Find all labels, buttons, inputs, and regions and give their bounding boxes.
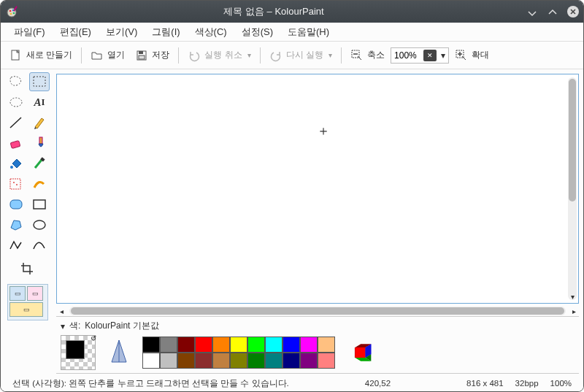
color-cube-icon[interactable] xyxy=(348,339,374,366)
tool-rounded-rect[interactable] xyxy=(6,195,26,214)
tool-freeform-select[interactable] xyxy=(6,72,26,91)
tool-crop[interactable] xyxy=(18,259,38,278)
tool-curve[interactable] xyxy=(29,236,50,255)
svg-point-4 xyxy=(10,13,12,15)
foreground-color-swatch[interactable] xyxy=(66,340,85,359)
tool-smudge[interactable] xyxy=(29,174,50,193)
zoom-in-button[interactable]: 확대 xyxy=(450,46,493,65)
tool-brush[interactable] xyxy=(29,134,50,153)
canvas[interactable]: ＋ ▾ xyxy=(56,74,579,304)
scroll-down-icon[interactable]: ▾ xyxy=(568,293,577,301)
palette-swatch[interactable] xyxy=(283,353,300,369)
redo-button[interactable]: 다시 실행 ▾ xyxy=(265,46,337,65)
menu-edit[interactable]: 편집(E) xyxy=(53,23,99,42)
scrollbar-thumb[interactable] xyxy=(569,79,576,201)
svg-point-1 xyxy=(9,10,12,12)
menu-file[interactable]: 파일(F) xyxy=(7,23,53,42)
scroll-left-icon[interactable]: ◂ xyxy=(56,307,66,315)
palette-swatch[interactable] xyxy=(212,337,230,353)
undo-button[interactable]: 실행 취소 ▾ xyxy=(183,46,255,65)
colorpanel-collapse-icon[interactable]: ▾ xyxy=(61,321,65,331)
main-area: AI xyxy=(1,69,583,375)
svg-point-14 xyxy=(10,98,22,107)
svg-rect-23 xyxy=(10,200,22,209)
palette-swatch[interactable] xyxy=(265,353,283,369)
toolbox: AI xyxy=(1,69,55,375)
tool-fill[interactable] xyxy=(6,154,26,173)
palette-swatch[interactable] xyxy=(160,337,177,353)
new-button[interactable]: 새로 만들기 xyxy=(5,46,77,65)
menu-image[interactable]: 그림(I) xyxy=(145,23,187,42)
tool-option-preview[interactable]: ▭▭ ▭ xyxy=(7,284,48,320)
menu-color[interactable]: 색상(C) xyxy=(188,23,234,42)
window-title: 제목 없음 – KolourPaint xyxy=(26,5,522,18)
status-cursor-pos: 420,52 xyxy=(359,379,396,388)
chevron-down-icon: ▾ xyxy=(327,51,332,59)
fg-bg-color-widget[interactable]: ↺ xyxy=(61,335,96,370)
status-zoom: 100% xyxy=(545,379,577,388)
swap-colors-icon[interactable]: ↺ xyxy=(91,334,96,342)
folder-open-icon xyxy=(91,49,104,62)
minimize-button[interactable] xyxy=(524,4,540,20)
palette-swatch[interactable] xyxy=(265,337,283,353)
zoom-in-icon xyxy=(455,49,468,62)
tool-spray[interactable] xyxy=(6,174,26,193)
menu-help[interactable]: 도움말(H) xyxy=(280,23,337,42)
scrollbar-thumb[interactable] xyxy=(71,307,564,315)
file-new-icon xyxy=(9,49,23,62)
zoom-clear-button[interactable]: ✕ xyxy=(423,50,437,61)
palette-swatch[interactable] xyxy=(212,353,230,369)
zoom-input[interactable] xyxy=(391,50,422,61)
zoom-out-label: 축소 xyxy=(367,49,385,61)
svg-point-25 xyxy=(34,220,45,229)
maximize-button[interactable] xyxy=(545,4,561,20)
tool-eraser[interactable] xyxy=(6,134,26,153)
tool-pencil[interactable] xyxy=(29,113,50,132)
zoom-field[interactable]: ✕ ▾ xyxy=(391,47,449,64)
zoom-dropdown[interactable]: ▾ xyxy=(438,50,448,61)
tool-line[interactable] xyxy=(6,113,26,132)
tool-connected-lines[interactable] xyxy=(6,236,26,255)
palette-swatch[interactable] xyxy=(160,353,177,369)
palette-swatch[interactable] xyxy=(195,353,212,369)
save-button[interactable]: 저장 xyxy=(131,46,174,65)
menu-view[interactable]: 보기(V) xyxy=(99,23,145,42)
titlebar: 제목 없음 – KolourPaint xyxy=(1,1,583,23)
svg-rect-9 xyxy=(139,51,143,54)
tool-polygon[interactable] xyxy=(6,215,26,234)
zoom-out-button[interactable]: 축소 xyxy=(346,46,389,65)
tool-rect-select[interactable] xyxy=(29,72,50,91)
palette-swatch[interactable] xyxy=(142,353,160,369)
palette-swatch[interactable] xyxy=(177,337,195,353)
horizontal-scrollbar[interactable] xyxy=(69,307,566,315)
tool-text[interactable]: AI xyxy=(29,93,50,112)
open-button[interactable]: 열기 xyxy=(86,46,129,65)
palette-swatch[interactable] xyxy=(230,353,247,369)
palette-swatch[interactable] xyxy=(247,337,265,353)
palette-swatch[interactable] xyxy=(247,353,265,369)
palette-swatch[interactable] xyxy=(300,353,318,369)
scroll-right-icon[interactable]: ▸ xyxy=(569,307,579,315)
vertical-scrollbar[interactable]: ▾ xyxy=(568,77,577,300)
redo-label: 다시 실행 xyxy=(286,49,323,61)
color-3d-cone-icon xyxy=(109,337,129,368)
new-label: 새로 만들기 xyxy=(26,49,72,61)
palette-swatch[interactable] xyxy=(230,337,247,353)
tool-rectangle[interactable] xyxy=(29,195,50,214)
palette-swatch[interactable] xyxy=(195,337,212,353)
palette-swatch[interactable] xyxy=(283,337,300,353)
status-bpp: 32bpp xyxy=(510,379,545,388)
palette-swatch[interactable] xyxy=(142,337,160,353)
tool-color-picker[interactable] xyxy=(29,154,50,173)
svg-rect-17 xyxy=(39,137,42,144)
tool-ellipse-select[interactable] xyxy=(6,93,26,112)
menubar: 파일(F) 편집(E) 보기(V) 그림(I) 색상(C) 설정(S) 도움말(… xyxy=(1,23,583,42)
palette-swatch[interactable] xyxy=(318,337,335,353)
close-button[interactable] xyxy=(565,4,581,20)
tool-ellipse[interactable] xyxy=(29,215,50,234)
palette-swatch[interactable] xyxy=(318,353,335,369)
palette-swatch[interactable] xyxy=(300,337,318,353)
menu-settings[interactable]: 설정(S) xyxy=(234,23,280,42)
palette-swatch[interactable] xyxy=(177,353,195,369)
colorpanel-label-name: KolourPaint 기본값 xyxy=(85,320,158,332)
